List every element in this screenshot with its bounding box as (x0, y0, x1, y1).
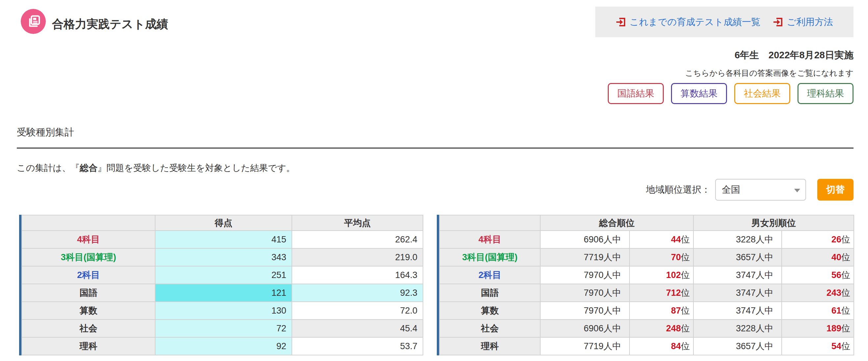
average-value: 53.7 (292, 337, 423, 355)
row-label: 国語 (439, 284, 540, 302)
gender-rank: 189位 (782, 320, 854, 337)
rank-number: 54 (831, 341, 841, 351)
row-label: 理科 (439, 337, 540, 355)
grade-date: 6年生 2022年8月28日実施 (735, 49, 854, 62)
link-past-test-results[interactable]: これまでの育成テスト成績一覧 (616, 16, 760, 28)
sansu-result-button[interactable]: 算数結果 (671, 83, 727, 104)
table-row: 算数 7970人中 87位 3747人中 61位 (439, 302, 854, 320)
rank-number: 87 (671, 306, 681, 315)
total-rank: 84位 (629, 337, 693, 355)
description-bold-text: 総合 (80, 163, 97, 173)
switch-button[interactable]: 切替 (817, 179, 854, 201)
table-row: 3科目(国算理) 7719人中 70位 3657人中 40位 (439, 248, 854, 266)
gender-pool: 3747人中 (693, 284, 782, 302)
region-select-label: 地域順位選択： (646, 183, 711, 196)
gender-rank: 40位 (782, 248, 854, 266)
gender-rank: 61位 (782, 302, 854, 320)
rank-unit: 位 (681, 306, 690, 315)
total-rank: 712位 (629, 284, 693, 302)
average-value: 45.4 (292, 320, 423, 337)
rank-unit: 位 (681, 288, 690, 298)
table-row: 理科 7719人中 84位 3657人中 54位 (439, 337, 854, 355)
gender-pool: 3747人中 (693, 266, 782, 284)
table-row: 3科目(国算理) 343 219.0 (22, 248, 423, 266)
average-value: 92.3 (292, 284, 423, 302)
rank-number: 102 (666, 270, 681, 280)
rank-number: 70 (671, 252, 681, 262)
col-header-score: 得点 (155, 215, 292, 231)
table-row: 社会 6906人中 248位 3228人中 189位 (439, 320, 854, 337)
region-select[interactable]: 全国 (715, 179, 806, 201)
subject-result-buttons: 国語結果 算数結果 社会結果 理科結果 (608, 83, 854, 104)
shakai-result-button[interactable]: 社会結果 (734, 83, 790, 104)
total-pool: 7719人中 (540, 248, 629, 266)
rank-unit: 位 (841, 341, 850, 351)
rank-table: 総合順位 男女別順位 4科目 6906人中 44位 3228人中 26位 3科目… (437, 215, 854, 355)
top-links-bar: これまでの育成テスト成績一覧 ご利用方法 (595, 7, 854, 37)
rank-unit: 位 (841, 270, 850, 280)
rank-number: 189 (827, 324, 841, 333)
rank-unit: 位 (841, 324, 850, 333)
score-table: 得点 平均点 4科目 415 262.4 3科目(国算理) 343 219.0 … (19, 215, 423, 355)
col-header-gender-rank: 男女別順位 (693, 215, 854, 231)
row-label: 社会 (22, 320, 155, 337)
rank-number: 248 (666, 324, 681, 333)
total-rank: 44位 (629, 231, 693, 248)
rank-number: 61 (831, 306, 841, 315)
description-text: 』問題を受験した受験生を対象とした結果です。 (97, 163, 295, 173)
region-select-value: 全国 (722, 183, 740, 196)
section-description: この集計は、『総合』問題を受験した受験生を対象とした結果です。 (17, 162, 295, 174)
answer-images-note: こちらから各科目の答案画像をご覧になれます (685, 68, 854, 79)
gender-rank: 54位 (782, 337, 854, 355)
score-value: 121 (155, 284, 292, 302)
row-label: 国語 (22, 284, 155, 302)
region-rank-selector: 地域順位選択： 全国 切替 (646, 179, 854, 201)
rank-number: 26 (831, 235, 841, 244)
rank-unit: 位 (681, 324, 690, 333)
total-pool: 7719人中 (540, 337, 629, 355)
total-rank: 248位 (629, 320, 693, 337)
score-value: 130 (155, 302, 292, 320)
score-table-header-row: 得点 平均点 (22, 215, 423, 231)
score-value: 72 (155, 320, 292, 337)
test-report-icon (21, 9, 46, 34)
gender-rank: 56位 (782, 266, 854, 284)
score-value: 415 (155, 231, 292, 248)
rank-number: 44 (671, 235, 681, 244)
link-usage-guide[interactable]: ご利用方法 (773, 16, 833, 28)
chevron-down-icon (794, 189, 800, 192)
rank-number: 40 (831, 252, 841, 262)
row-label: 3科目(国算理) (22, 248, 155, 266)
gender-rank: 26位 (782, 231, 854, 248)
total-rank: 87位 (629, 302, 693, 320)
gender-pool: 3657人中 (693, 337, 782, 355)
rank-unit: 位 (681, 235, 690, 244)
section-title: 受験種別集計 (17, 126, 74, 139)
row-label: 3科目(国算理) (439, 248, 540, 266)
table-row: 4科目 415 262.4 (22, 231, 423, 248)
table-row: 2科目 251 164.3 (22, 266, 423, 284)
col-header-average: 平均点 (292, 215, 423, 231)
table-row: 2科目 7970人中 102位 3747人中 56位 (439, 266, 854, 284)
rank-unit: 位 (841, 252, 850, 262)
total-pool: 7970人中 (540, 266, 629, 284)
link-label: ご利用方法 (787, 16, 833, 28)
total-pool: 7970人中 (540, 302, 629, 320)
rank-table-corner (439, 215, 540, 231)
rank-unit: 位 (841, 288, 850, 298)
score-table-corner (22, 215, 155, 231)
description-text: この集計は、『 (17, 163, 80, 173)
gender-pool: 3747人中 (693, 302, 782, 320)
rank-unit: 位 (841, 235, 850, 244)
gender-pool: 3228人中 (693, 231, 782, 248)
enter-arrow-icon (773, 17, 783, 27)
page-title: 合格力実践テスト成績 (52, 17, 168, 32)
total-pool: 6906人中 (540, 320, 629, 337)
rika-result-button[interactable]: 理科結果 (798, 83, 854, 104)
kokugo-result-button[interactable]: 国語結果 (608, 83, 664, 104)
average-value: 219.0 (292, 248, 423, 266)
average-value: 164.3 (292, 266, 423, 284)
score-value: 251 (155, 266, 292, 284)
rank-table-header-row: 総合順位 男女別順位 (439, 215, 854, 231)
total-pool: 7970人中 (540, 284, 629, 302)
